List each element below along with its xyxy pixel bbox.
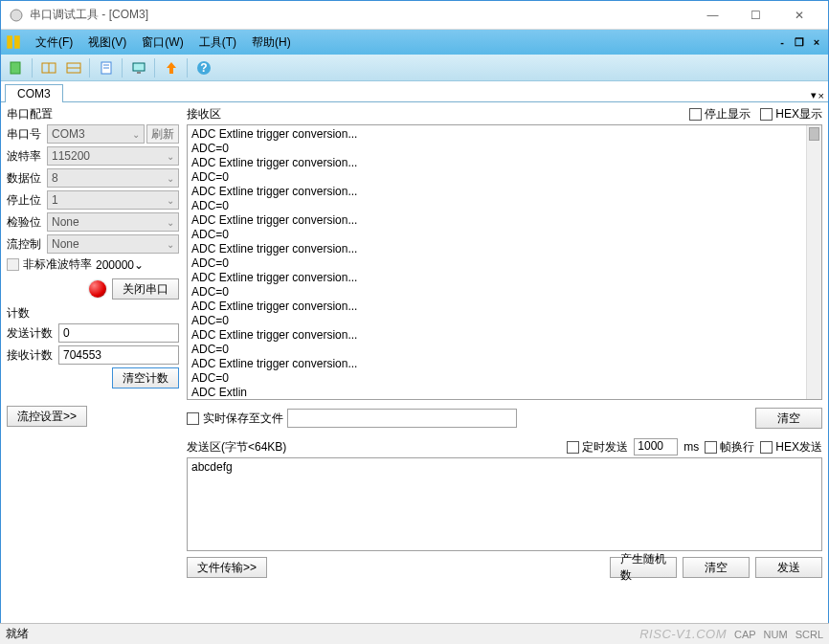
status-ready: 就绪 <box>6 626 29 642</box>
ms-label: ms <box>683 440 699 454</box>
flow-settings-button[interactable]: 流控设置>> <box>7 406 87 427</box>
file-transfer-button[interactable]: 文件传输>> <box>187 557 267 578</box>
close-button[interactable]: ✕ <box>777 2 820 29</box>
port-status-indicator <box>89 280 106 298</box>
recv-scrollbar[interactable] <box>806 125 821 399</box>
tb-layout2-icon[interactable] <box>62 56 85 79</box>
statusbar: 就绪 RISC-V1.COM CAP NUM SCRL <box>0 623 829 644</box>
watermark: RISC-V1.COM <box>639 627 727 641</box>
svg-point-0 <box>11 10 22 21</box>
save-file-checkbox[interactable] <box>187 412 199 425</box>
flow-label: 流控制 <box>7 236 47 253</box>
send-count-value: 0 <box>58 323 179 343</box>
refresh-button[interactable]: 刷新 <box>146 124 179 144</box>
send-count-label: 发送计数 <box>7 325 58 342</box>
hex-display-checkbox[interactable] <box>760 108 773 121</box>
tb-doc-icon[interactable] <box>95 56 118 79</box>
clear-recv-button[interactable]: 清空 <box>755 408 822 429</box>
titlebar: 串口调试工具 - [COM3] — ☐ ✕ <box>1 1 828 30</box>
svg-text:?: ? <box>200 61 207 75</box>
stopbits-combo[interactable]: 1⌄ <box>47 190 179 210</box>
port-combo[interactable]: COM3⌄ <box>47 124 145 144</box>
recv-title: 接收区 <box>187 106 680 122</box>
cap-indicator: CAP <box>734 629 756 640</box>
parity-combo[interactable]: None⌄ <box>47 212 179 232</box>
right-panel: 接收区 停止显示 HEX显示 ADC Extline trigger conve… <box>185 102 828 644</box>
tb-monitor-icon[interactable] <box>127 56 150 79</box>
toolbar: ? <box>1 55 828 81</box>
hex-display-label: HEX显示 <box>775 106 822 122</box>
svg-marker-13 <box>167 62 176 74</box>
recv-count-label: 接收计数 <box>7 347 58 364</box>
close-port-button[interactable]: 关闭串口 <box>112 278 179 300</box>
save-file-label: 实时保存至文件 <box>203 411 283 427</box>
hex-send-checkbox[interactable] <box>760 441 773 454</box>
menu-window[interactable]: 窗口(W) <box>134 33 190 53</box>
tab-close-icon[interactable]: × <box>818 90 824 101</box>
send-content: abcdefg <box>191 460 233 474</box>
svg-rect-12 <box>137 72 141 74</box>
mdi-close[interactable]: × <box>809 35 824 49</box>
frame-wrap-label: 帧换行 <box>720 439 754 455</box>
parity-label: 检验位 <box>7 214 47 231</box>
tb-up-icon[interactable] <box>160 56 183 79</box>
port-label: 串口号 <box>7 126 47 143</box>
recv-count-value: 704553 <box>58 345 179 365</box>
nonstd-baud-checkbox[interactable] <box>7 258 19 271</box>
hex-send-label: HEX发送 <box>775 439 822 455</box>
menubar: 文件(F) 视图(V) 窗口(W) 工具(T) 帮助(H) - ❐ × <box>1 30 828 55</box>
svg-rect-3 <box>11 62 20 74</box>
send-textarea[interactable]: abcdefg <box>187 457 822 551</box>
baud-label: 波特率 <box>7 148 47 165</box>
maximize-button[interactable]: ☐ <box>734 2 777 29</box>
nonstd-baud-label: 非标准波特率 <box>23 256 92 273</box>
minimize-button[interactable]: — <box>691 2 734 29</box>
stopbits-label: 停止位 <box>7 192 47 209</box>
send-button[interactable]: 发送 <box>755 557 822 578</box>
mdi-restore[interactable]: ❐ <box>792 35 807 49</box>
tab-com3[interactable]: COM3 <box>5 84 63 102</box>
menu-file[interactable]: 文件(F) <box>28 33 80 53</box>
receive-content: ADC Extline trigger conversion... ADC=0 … <box>191 127 818 400</box>
nonstd-baud-combo[interactable]: 200000⌄ <box>96 258 149 272</box>
timed-send-label: 定时发送 <box>582 439 628 455</box>
databits-combo[interactable]: 8⌄ <box>47 168 179 188</box>
window-title: 串口调试工具 - [COM3] <box>30 7 691 23</box>
baud-combo[interactable]: 115200⌄ <box>47 146 179 166</box>
menu-help[interactable]: 帮助(H) <box>244 33 299 53</box>
svg-rect-11 <box>133 63 145 71</box>
tb-help-icon[interactable]: ? <box>192 56 215 79</box>
app-icon <box>9 8 24 23</box>
num-indicator: NUM <box>764 629 788 640</box>
send-title: 发送区(字节<64KB) <box>187 439 561 455</box>
interval-input[interactable]: 1000 <box>634 438 678 455</box>
serial-config-title: 串口配置 <box>7 106 179 122</box>
timed-send-checkbox[interactable] <box>567 441 579 454</box>
tb-new-icon[interactable] <box>5 56 28 79</box>
menu-tools[interactable]: 工具(T) <box>191 33 244 53</box>
menu-view[interactable]: 视图(V) <box>80 33 134 53</box>
stop-display-checkbox[interactable] <box>689 108 702 121</box>
tabstrip: COM3 ▾ × <box>1 81 828 102</box>
tb-layout1-icon[interactable] <box>37 56 60 79</box>
svg-rect-1 <box>7 35 12 49</box>
databits-label: 数据位 <box>7 170 47 187</box>
left-panel: 串口配置 串口号 COM3⌄ 刷新 波特率 115200⌄ 数据位 8⌄ 停止位… <box>1 102 185 644</box>
mdi-minimize[interactable]: - <box>774 35 790 49</box>
svg-rect-2 <box>14 35 20 49</box>
clear-count-button[interactable]: 清空计数 <box>112 367 179 389</box>
flow-combo[interactable]: None⌄ <box>47 234 179 254</box>
menu-app-icon <box>5 33 22 51</box>
scrl-indicator: SCRL <box>795 629 823 640</box>
tab-dropdown-icon[interactable]: ▾ <box>811 89 817 101</box>
save-file-path-input[interactable] <box>287 409 517 428</box>
receive-textarea[interactable]: ADC Extline trigger conversion... ADC=0 … <box>187 124 822 400</box>
frame-wrap-checkbox[interactable] <box>705 441 717 454</box>
counts-title: 计数 <box>7 305 179 322</box>
random-button[interactable]: 产生随机数 <box>610 557 677 578</box>
stop-display-label: 停止显示 <box>705 106 751 122</box>
clear-send-button[interactable]: 清空 <box>683 557 750 578</box>
